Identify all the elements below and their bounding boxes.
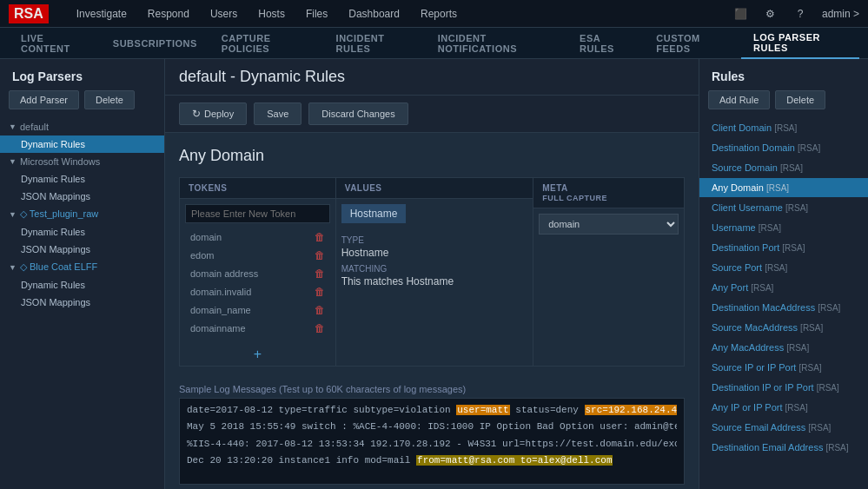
rule-name-destination-domain: Destination Domain [712,142,798,153]
save-button[interactable]: Save [254,102,301,125]
delete-token-edom[interactable]: 🗑 [315,249,325,261]
matching-value: This matches Hostname [341,275,527,287]
rule-destination-port[interactable]: Destination Port [RSA] [699,238,868,258]
subnav-capture-policies[interactable]: CAPTURE POLICIES [209,28,324,59]
nav-reports[interactable]: Reports [410,0,467,28]
rule-username[interactable]: Username [RSA] [699,218,868,238]
sidebar-group-microsoft-windows[interactable]: ▼ Microsoft Windows [0,153,164,170]
group-default-label: default [20,122,49,132]
delete-token-domain[interactable]: 🗑 [315,231,325,243]
group-testplugin-label: ◇ Test_plugin_raw [20,208,98,220]
sidebar-item-mswin-json-mappings[interactable]: JSON Mappings [0,188,164,205]
rules-panel-title: Rules [699,59,868,90]
rule-destination-email-address[interactable]: Destination Email Address [RSA] [699,438,868,458]
monitor-icon[interactable]: ⬛ [733,6,749,22]
rule-any-macaddress[interactable]: Any MacAddress [RSA] [699,338,868,358]
delete-parser-button[interactable]: Delete [84,90,135,109]
subnav-live-content[interactable]: LIVE CONTENT [9,28,101,59]
subnav-log-parser-rules[interactable]: LOG PARSER RULES [741,28,859,59]
type-value: Hostname [341,247,527,259]
token-item-domain-name: domain_name 🗑 [185,301,330,320]
meta-sub-header: FULL CAPTURE [542,194,607,202]
sidebar-item-testplugin-json-mappings[interactable]: JSON Mappings [0,241,164,258]
add-rule-button[interactable]: Add Rule [708,90,770,109]
delete-token-domain-invalid[interactable]: 🗑 [315,286,325,298]
sample-logs-content[interactable]: date=2017-08-12 type=traffic subtype=vio… [179,398,685,485]
arrow-default: ▼ [9,122,17,131]
rule-any-domain[interactable]: Any Domain [RSA] [699,178,868,198]
nav-files[interactable]: Files [295,0,338,28]
user-menu[interactable]: admin > [822,8,859,20]
sample-logs-section: Sample Log Messages (Test up to 60K char… [179,367,685,485]
top-nav-right: ⬛ ⚙ ? admin > [733,6,859,22]
values-column: VALUES Hostname TYPE Hostname MATCHING T… [336,178,533,366]
content-toolbar: ↻ Deploy Save Discard Changes [165,96,699,133]
nav-respond[interactable]: Respond [137,0,200,28]
deploy-button[interactable]: ↻ Deploy [179,102,247,125]
log-line-2: %IIS-4-440: 2017-08-12 13:53:34 192.170.… [187,438,677,451]
nav-hosts[interactable]: Hosts [248,0,295,28]
sub-nav: LIVE CONTENT SUBSCRIPTIONS CAPTURE POLIC… [0,28,868,59]
add-parser-button[interactable]: Add Parser [9,90,79,109]
rule-source-macaddress[interactable]: Source MacAddress [RSA] [699,318,868,338]
log-line-0: date=2017-08-12 type=traffic subtype=vio… [187,404,677,417]
rule-source-ip-port[interactable]: Source IP or IP Port [RSA] [699,358,868,378]
nav-users[interactable]: Users [200,0,248,28]
values-header: VALUES [336,178,533,199]
rule-client-username[interactable]: Client Username [RSA] [699,198,868,218]
rule-client-domain[interactable]: Client Domain [RSA] [699,118,868,138]
sidebar-item-bluecoat-json-mappings[interactable]: JSON Mappings [0,294,164,311]
sidebar-item-default-dynamic-rules[interactable]: Dynamic Rules [0,135,164,153]
group-bluecoat-label: ◇ Blue Coat ELFF [20,261,97,273]
rule-destination-macaddress[interactable]: Destination MacAddress [RSA] [699,298,868,318]
rule-source-email-address[interactable]: Source Email Address [RSA] [699,418,868,438]
sidebar-item-bluecoat-dynamic-rules[interactable]: Dynamic Rules [0,276,164,294]
tools-icon[interactable]: ⚙ [763,6,779,22]
sample-logs-title: Sample Log Messages (Test up to 60K char… [179,377,685,398]
rule-name-username: Username [712,222,759,233]
rule-any-ip-port[interactable]: Any IP or IP Port [RSA] [699,398,868,418]
subnav-subscriptions[interactable]: SUBSCRIPTIONS [101,28,209,59]
rule-name-source-port: Source Port [712,262,765,273]
sidebar-group-default[interactable]: ▼ default [0,118,164,135]
arrow-bluecoat: ▼ [9,263,17,272]
meta-select[interactable]: domain [539,214,679,235]
rule-name-any-ip-port: Any IP or IP Port [712,402,785,413]
discard-changes-button[interactable]: Discard Changes [308,102,407,125]
hostname-tag: Hostname [341,204,407,223]
top-nav: RSA Investigate Respond Users Hosts File… [0,0,868,28]
rule-any-port[interactable]: Any Port [RSA] [699,278,868,298]
rule-destination-domain[interactable]: Destination Domain [RSA] [699,138,868,158]
content-breadcrumb: default - Dynamic Rules [179,68,685,86]
rule-name-any-macaddress: Any MacAddress [712,342,786,353]
token-input[interactable] [185,204,330,223]
delete-token-domain-name[interactable]: 🗑 [315,304,325,316]
rules-list: Client Domain [RSA] Destination Domain [… [699,118,868,458]
delete-token-domainname[interactable]: 🗑 [315,322,325,334]
nav-investigate[interactable]: Investigate [66,0,137,28]
subnav-incident-notifications[interactable]: INCIDENT NOTIFICATIONS [426,28,567,59]
subnav-custom-feeds[interactable]: CUSTOM FEEDS [644,28,741,59]
help-icon[interactable]: ? [792,6,808,22]
add-token-button[interactable]: + [180,343,335,366]
sidebar-group-blue-coat-elff[interactable]: ▼ ◇ Blue Coat ELFF [0,258,164,276]
sidebar-group-test-plugin-raw[interactable]: ▼ ◇ Test_plugin_raw [0,205,164,223]
rule-destination-ip-port[interactable]: Destination IP or IP Port [RSA] [699,378,868,398]
sidebar: Log Parsers Add Parser Delete ▼ default … [0,59,165,489]
rule-name-any-domain: Any Domain [712,182,766,193]
rule-name-destination-email-address: Destination Email Address [712,442,825,453]
sidebar-item-testplugin-dynamic-rules[interactable]: Dynamic Rules [0,223,164,241]
subnav-incident-rules[interactable]: INCIDENT RULES [324,28,426,59]
meta-column: META FULL CAPTURE domain [533,178,684,366]
log-line-3: Dec 20 13:20:20 instance1 info mod=mail … [187,454,677,467]
type-label: TYPE [341,235,527,245]
right-panel: Rules Add Rule Delete Client Domain [RSA… [699,59,868,489]
nav-dashboard[interactable]: Dashboard [338,0,410,28]
delete-token-domain-address[interactable]: 🗑 [315,268,325,280]
rule-source-domain[interactable]: Source Domain [RSA] [699,158,868,178]
delete-rule-button[interactable]: Delete [775,90,825,109]
rule-source-port[interactable]: Source Port [RSA] [699,258,868,278]
token-item-domainname: domainname 🗑 [185,320,330,338]
sidebar-item-mswin-dynamic-rules[interactable]: Dynamic Rules [0,170,164,188]
subnav-esa-rules[interactable]: ESA RULES [567,28,644,59]
